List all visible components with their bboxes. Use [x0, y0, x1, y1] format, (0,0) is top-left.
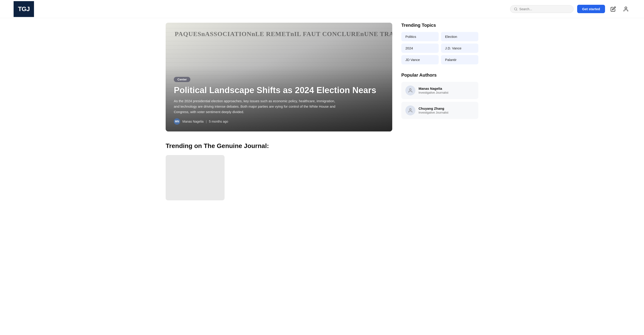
hero-time-ago: 5 months ago — [209, 120, 228, 123]
user-icon — [623, 6, 629, 12]
trending-topics-title: Trending Topics — [401, 23, 478, 28]
topics-grid: Politics Election 2024 J.D. Vance JD Van… — [401, 32, 478, 64]
author-info-manas: Manas Nagelia Investigative Journalist — [418, 86, 448, 94]
author-name-chuyang: Chuyang Zhang — [418, 106, 448, 110]
logo[interactable]: TGJ — [14, 1, 34, 17]
author-role-manas: Investigative Journalist — [418, 91, 448, 94]
trending-section-title: Trending on The Genuine Journal: — [166, 142, 392, 150]
topic-chip-palantir[interactable]: Palantir — [441, 55, 478, 64]
author-card-chuyang[interactable]: Chuyang Zhang Investigative Journalist — [401, 102, 478, 119]
sidebar: Trending Topics Politics Election 2024 J… — [401, 18, 478, 200]
author-role-chuyang: Investigative Journalist — [418, 111, 448, 114]
logo-text: TGJ — [18, 6, 30, 13]
search-input[interactable] — [519, 7, 570, 11]
author-info-chuyang: Chuyang Zhang Investigative Journalist — [418, 106, 448, 114]
search-bar — [510, 5, 574, 13]
author-avatar-chuyang — [406, 106, 415, 115]
hero-content: Center Political Landscape Shifts as 202… — [166, 70, 392, 132]
hero-section[interactable]: Center Political Landscape Shifts as 202… — [166, 23, 392, 132]
person-icon-2 — [408, 108, 413, 113]
author-card-manas[interactable]: Manas Nagelia Investigative Journalist — [401, 82, 478, 99]
content-area: Center Political Landscape Shifts as 202… — [166, 18, 392, 200]
author-name-manas: Manas Nagelia — [418, 86, 448, 90]
trending-card-placeholder — [166, 155, 224, 200]
edit-icon-button[interactable] — [609, 4, 618, 14]
edit-icon — [610, 6, 616, 12]
svg-point-4 — [410, 108, 411, 110]
main-container: Center Political Landscape Shifts as 202… — [152, 18, 492, 200]
svg-point-3 — [410, 88, 411, 90]
hero-meta: MN Manas Nagelia | 5 months ago — [174, 118, 384, 125]
hero-title: Political Landscape Shifts as 2024 Elect… — [174, 85, 384, 96]
topic-chip-2024[interactable]: 2024 — [401, 44, 439, 53]
person-icon — [408, 88, 413, 93]
svg-point-2 — [625, 7, 627, 9]
popular-authors-title: Popular Authors — [401, 72, 478, 78]
author-avatar-small: MN — [174, 118, 180, 125]
topic-chip-jd-vance[interactable]: JD Vance — [401, 55, 439, 64]
header: TGJ Get started — [0, 0, 644, 18]
topic-chip-election[interactable]: Election — [441, 32, 478, 41]
user-icon-button[interactable] — [621, 4, 630, 14]
center-badge: Center — [174, 77, 190, 82]
hero-description: As the 2024 presidential election approa… — [174, 98, 337, 115]
hero-author-name: Manas Nagelia — [182, 120, 204, 123]
get-started-button[interactable]: Get started — [577, 5, 605, 13]
search-icon — [514, 7, 518, 11]
meta-divider: | — [206, 120, 207, 123]
svg-line-1 — [516, 10, 517, 10]
trending-section: Trending on The Genuine Journal: — [166, 142, 392, 200]
header-right: Get started — [510, 4, 630, 14]
topic-chip-politics[interactable]: Politics — [401, 32, 439, 41]
author-avatar-manas — [406, 86, 415, 96]
topic-chip-jd-vance-full[interactable]: J.D. Vance — [441, 44, 478, 53]
